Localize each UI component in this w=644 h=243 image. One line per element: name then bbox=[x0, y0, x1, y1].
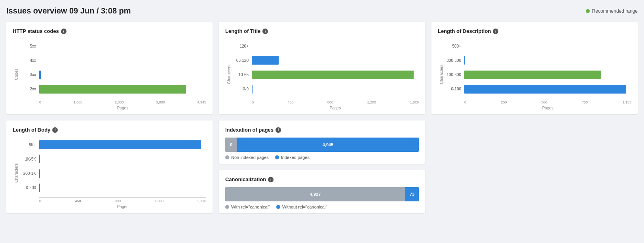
title-length-info-icon[interactable]: i bbox=[262, 29, 268, 34]
indexation-info-icon[interactable]: i bbox=[275, 127, 281, 133]
legend-item-without-canonical: Without rel="canonical" bbox=[276, 205, 327, 209]
http-status-x-label: Pages bbox=[19, 106, 206, 110]
description-length-bar-chart: Characters 500+ 300-500 bbox=[438, 39, 631, 110]
table-row: 0-100 bbox=[444, 84, 631, 95]
with-canonical-segment: 4,927 bbox=[225, 187, 405, 201]
table-row: 0-200 bbox=[19, 182, 206, 193]
without-canonical-legend-dot bbox=[276, 205, 280, 209]
indexed-segment: 4,945 bbox=[237, 138, 419, 152]
table-row: 1K-5K bbox=[19, 153, 206, 165]
body-length-bars: 5K+ 1K-5K 200-1K bbox=[19, 138, 206, 196]
without-canonical-legend-label: Without rel="canonical" bbox=[282, 205, 327, 209]
table-row: 5K+ bbox=[19, 139, 206, 150]
body-length-y-axis: Characters bbox=[13, 138, 19, 209]
indexation-stacked-bar: 0 4,945 Non indexed pages Indexed pages bbox=[225, 138, 419, 160]
indexed-legend-dot bbox=[275, 155, 279, 159]
title-length-bars: 120+ 66-120 10-65 bbox=[231, 39, 419, 97]
table-row: 2xx bbox=[19, 84, 206, 95]
body-length-title: Length of Body i bbox=[13, 127, 206, 133]
legend-item-non-indexed: Non indexed pages bbox=[225, 155, 269, 160]
non-indexed-segment: 0 bbox=[225, 138, 237, 152]
description-length-bars: 500+ 300-500 100-300 bbox=[444, 39, 631, 97]
page-title: Issues overview 09 Jun / 3:08 pm bbox=[6, 6, 131, 15]
title-length-x-axis: 0 400 800 1,200 1,826 bbox=[231, 99, 419, 104]
non-indexed-legend-dot bbox=[225, 155, 229, 159]
table-row: 5xx bbox=[19, 40, 206, 52]
http-status-x-axis: 0 1,000 2,000 3,000 4,945 bbox=[19, 99, 206, 104]
indexation-chart: Indexation of pages i 0 4,945 Non indexe… bbox=[219, 121, 425, 164]
title-length-bar-chart: Characters 120+ 66-120 bbox=[225, 39, 419, 110]
body-length-info-icon[interactable]: i bbox=[52, 127, 58, 133]
charts-grid: HTTP status codes i Codes 5xx 4xx bbox=[6, 22, 638, 213]
http-status-bars: 5xx 4xx 3xx bbox=[19, 39, 206, 97]
title-length-x-label: Pages bbox=[231, 106, 419, 110]
description-length-title: Length of Description i bbox=[438, 28, 631, 34]
recommended-range-label: Recommended range bbox=[592, 8, 638, 14]
description-length-x-label: Pages bbox=[444, 106, 631, 110]
title-length-chart: Length of Title i Characters 120+ 66-120 bbox=[219, 22, 425, 114]
with-canonical-legend-label: With rel="canonical" bbox=[231, 205, 270, 209]
title-length-y-axis: Characters bbox=[225, 39, 231, 110]
table-row: 200-1K bbox=[19, 168, 206, 179]
http-status-info-icon[interactable]: i bbox=[61, 29, 66, 34]
http-status-bar-chart: Codes 5xx 4xx bbox=[13, 39, 206, 110]
body-length-chart: Length of Body i Characters 5K+ 1K-5K bbox=[6, 121, 213, 213]
canonicalization-title: Canonicalization i bbox=[225, 176, 419, 182]
http-status-y-axis: Codes bbox=[13, 39, 19, 110]
recommended-range-indicator: Recommended range bbox=[586, 8, 638, 14]
table-row: 10-65 bbox=[231, 69, 419, 80]
description-length-y-axis: Characters bbox=[438, 39, 444, 110]
description-length-x-axis: 0 250 500 750 1,153 bbox=[444, 99, 631, 104]
canonicalization-stacked-bar: 4,927 73 With rel="canonical" Without re… bbox=[225, 187, 419, 209]
canonicalization-legend: With rel="canonical" Without rel="canoni… bbox=[225, 205, 419, 209]
table-row: 3xx bbox=[19, 69, 206, 80]
indexation-canonicalization-column: Indexation of pages i 0 4,945 Non indexe… bbox=[219, 121, 425, 213]
canonicalization-info-icon[interactable]: i bbox=[268, 177, 274, 182]
description-length-info-icon[interactable]: i bbox=[493, 29, 498, 34]
http-status-title: HTTP status codes i bbox=[13, 28, 206, 34]
body-length-bar-chart: Characters 5K+ 1K-5K bbox=[13, 138, 206, 209]
without-canonical-segment: 73 bbox=[405, 187, 419, 201]
indexation-legend: Non indexed pages Indexed pages bbox=[225, 155, 419, 160]
recommended-range-dot bbox=[586, 9, 590, 13]
indexation-title: Indexation of pages i bbox=[225, 127, 419, 133]
table-row: 4xx bbox=[19, 55, 206, 66]
body-length-x-axis: 0 450 900 1,350 2,116 bbox=[19, 197, 206, 203]
title-length-title: Length of Title i bbox=[225, 28, 419, 34]
legend-item-indexed: Indexed pages bbox=[275, 155, 310, 160]
indexed-legend-label: Indexed pages bbox=[281, 155, 310, 160]
table-row: 500+ bbox=[444, 40, 631, 52]
table-row: 300-500 bbox=[444, 55, 631, 66]
canonicalization-chart: Canonicalization i 4,927 73 With rel="ca… bbox=[219, 170, 425, 213]
legend-item-with-canonical: With rel="canonical" bbox=[225, 205, 270, 209]
with-canonical-legend-dot bbox=[225, 205, 229, 209]
table-row: 100-300 bbox=[444, 69, 631, 80]
table-row: 120+ bbox=[231, 40, 419, 52]
body-length-x-label: Pages bbox=[19, 205, 206, 209]
http-status-chart: HTTP status codes i Codes 5xx 4xx bbox=[6, 22, 213, 114]
non-indexed-legend-label: Non indexed pages bbox=[231, 155, 269, 160]
table-row: 66-120 bbox=[231, 55, 419, 66]
table-row: 0-9 bbox=[231, 84, 419, 95]
description-length-chart: Length of Description i Characters 500+ … bbox=[431, 22, 638, 114]
